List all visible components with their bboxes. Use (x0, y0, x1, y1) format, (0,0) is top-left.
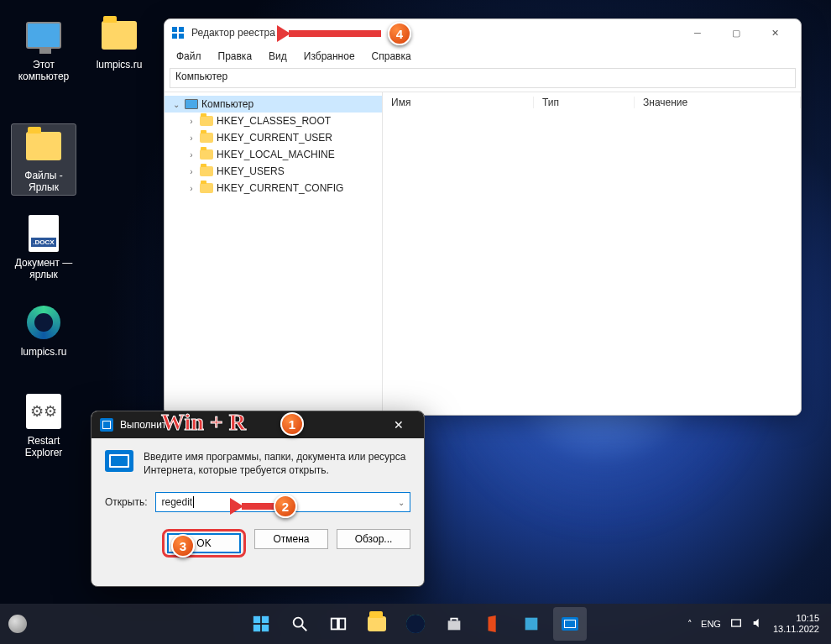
desktop-icon-edge-lumpics[interactable]: lumpics.ru (12, 302, 76, 358)
run-icon (105, 450, 133, 472)
svg-rect-3 (179, 34, 184, 39)
annotation-badge-1: 1 (280, 412, 304, 436)
tray-time: 10:15 (773, 613, 819, 624)
desktop-icon-this-pc[interactable]: Этот компьютер (12, 15, 76, 82)
run-icon (562, 617, 578, 631)
tray-clock[interactable]: 10:15 13.11.2022 (773, 613, 819, 635)
taskbar-explorer[interactable] (360, 607, 394, 641)
dialog-titlebar[interactable]: Выполнить ✕ (91, 411, 424, 438)
taskbar-store[interactable] (437, 607, 471, 641)
svg-rect-2 (172, 34, 177, 39)
menu-help[interactable]: Справка (365, 49, 418, 64)
tree-node[interactable]: ›HKEY_CLASSES_ROOT (165, 113, 382, 129)
svg-rect-12 (525, 618, 538, 631)
taskbar-edge[interactable] (399, 607, 432, 641)
taskbar-taskview[interactable] (321, 607, 355, 641)
svg-rect-1 (179, 27, 184, 32)
annotation-badge-2: 2 (274, 495, 297, 518)
registry-values-list[interactable]: Имя Тип Значение (383, 92, 801, 415)
docx-icon: .DOCX (29, 215, 59, 252)
system-tray[interactable]: ˄ ENG 10:15 13.11.2022 (687, 613, 831, 635)
tree-node[interactable]: ›HKEY_LOCAL_MACHINE (165, 146, 382, 163)
cancel-button[interactable]: Отмена (254, 529, 328, 549)
desktop-icon-document-shortcut[interactable]: .DOCX Документ — ярлык (12, 213, 76, 280)
menu-edit[interactable]: Правка (212, 49, 259, 64)
folder-icon (200, 149, 213, 160)
svg-rect-6 (253, 625, 260, 631)
taskbar-search[interactable] (283, 607, 316, 641)
folder-icon (368, 616, 386, 631)
icon-label: lumpics.ru (12, 346, 76, 358)
chevron-down-icon[interactable]: ⌄ (398, 498, 405, 507)
taskbar-widgets[interactable] (8, 615, 27, 633)
taskbar[interactable]: ˄ ENG 10:15 13.11.2022 (0, 604, 831, 644)
expand-icon[interactable]: › (186, 134, 196, 143)
tree-label: HKEY_USERS (217, 165, 285, 177)
taskbar-app[interactable] (515, 607, 548, 641)
icon-label: Этот компьютер (12, 59, 76, 82)
annotation-shortcut-text: Win + R (161, 409, 246, 436)
tree-node-computer[interactable]: ⌄ Компьютер (165, 96, 382, 113)
weather-icon (8, 615, 27, 633)
icon-label: Restart Explorer (12, 435, 76, 458)
edge-icon (27, 306, 60, 339)
menu-file[interactable]: Файл (170, 49, 208, 64)
window-registry-editor[interactable]: Редактор реестра ─ ▢ ✕ Файл Правка Вид И… (164, 18, 802, 416)
tree-node[interactable]: ›HKEY_USERS (165, 163, 382, 180)
close-button[interactable]: ✕ (755, 19, 794, 46)
start-button[interactable] (244, 607, 278, 641)
tree-label: HKEY_CLASSES_ROOT (217, 115, 331, 127)
svg-line-9 (302, 626, 307, 631)
folder-icon (200, 183, 213, 193)
text-cursor (193, 496, 194, 508)
svg-point-8 (294, 618, 303, 627)
icon-label: Документ — ярлык (12, 257, 76, 280)
desktop-icon-lumpics-folder[interactable]: lumpics.ru (87, 15, 151, 71)
svg-rect-7 (262, 625, 269, 631)
tree-label: Компьютер (201, 98, 253, 110)
expand-icon[interactable]: › (186, 150, 196, 160)
dialog-description: Введите имя программы, папки, документа … (144, 450, 410, 477)
tray-chevron-icon[interactable]: ˄ (687, 619, 692, 630)
close-button[interactable]: ✕ (382, 418, 416, 432)
menu-bar: Файл Правка Вид Избранное Справка (165, 46, 801, 66)
list-header[interactable]: Имя Тип Значение (383, 92, 801, 113)
taskbar-run[interactable] (553, 607, 587, 641)
expand-icon[interactable]: › (186, 184, 196, 193)
maximize-button[interactable]: ▢ (717, 19, 755, 46)
window-run-dialog[interactable]: Выполнить ✕ Введите имя программы, папки… (91, 411, 425, 587)
collapse-icon[interactable]: ⌄ (171, 100, 181, 109)
tray-network-icon[interactable] (729, 616, 743, 631)
expand-icon[interactable]: › (186, 167, 196, 176)
tray-date: 13.11.2022 (773, 624, 819, 635)
svg-rect-5 (262, 616, 269, 623)
tree-label: HKEY_LOCAL_MACHINE (217, 149, 335, 160)
taskbar-office[interactable] (476, 607, 510, 641)
tree-node[interactable]: ›HKEY_CURRENT_USER (165, 129, 382, 146)
registry-tree[interactable]: ⌄ Компьютер ›HKEY_CLASSES_ROOT ›HKEY_CUR… (165, 92, 383, 415)
folder-icon (26, 132, 61, 160)
column-name[interactable]: Имя (383, 97, 534, 108)
folder-icon (200, 166, 213, 176)
menu-view[interactable]: Вид (262, 49, 294, 64)
desktop-icon-files-shortcut[interactable]: Файлы - Ярлык (12, 124, 76, 195)
minimize-button[interactable]: ─ (678, 19, 717, 46)
column-value[interactable]: Значение (635, 97, 801, 108)
titlebar[interactable]: Редактор реестра ─ ▢ ✕ (165, 19, 801, 46)
monitor-icon (185, 99, 198, 109)
address-bar[interactable]: Компьютер (170, 68, 796, 88)
tray-volume-icon[interactable] (751, 616, 765, 631)
folder-icon (200, 116, 213, 126)
dialog-buttons: OK Отмена Обзор... (91, 521, 424, 569)
menu-favorites[interactable]: Избранное (297, 49, 362, 64)
tree-node[interactable]: ›HKEY_CURRENT_CONFIG (165, 180, 382, 196)
annotation-badge-4: 4 (388, 22, 411, 45)
icon-label: Файлы - Ярлык (12, 170, 76, 193)
column-type[interactable]: Тип (534, 97, 635, 108)
desktop-icon-restart-explorer[interactable]: ⚙⚙ Restart Explorer (12, 391, 76, 458)
expand-icon[interactable]: › (186, 117, 196, 126)
tray-language[interactable]: ENG (701, 619, 721, 629)
svg-rect-10 (332, 619, 337, 630)
browse-button[interactable]: Обзор... (337, 529, 410, 549)
desktop: Этот компьютер Файлы - Ярлык .DOCX Докум… (0, 0, 831, 644)
